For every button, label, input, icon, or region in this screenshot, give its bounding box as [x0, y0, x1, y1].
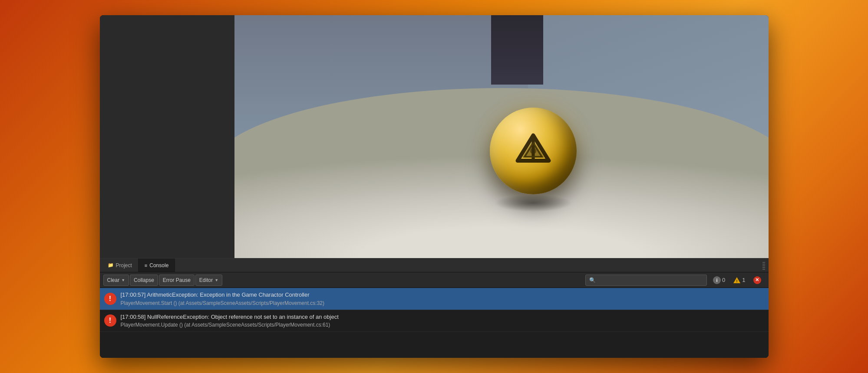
error-icon: ✕ [753, 276, 761, 284]
warn-icon-wrap: ! [733, 276, 741, 284]
search-box[interactable]: 🔍 [585, 275, 707, 286]
error-pause-button[interactable]: Error Pause [159, 275, 195, 286]
log-line2: PlayerMovement.Update () (at Assets/Samp… [121, 321, 764, 329]
tab-project-label: Project [116, 262, 132, 268]
game-view [234, 15, 769, 258]
search-input[interactable] [597, 277, 703, 283]
gold-ball [490, 108, 577, 194]
warn-count: 1 [742, 277, 745, 283]
warn-counter[interactable]: ! 1 [730, 275, 748, 285]
tab-bar: 📁 Project ≡ Console [100, 258, 769, 272]
log-row[interactable]: ! [17:00:58] NullReferenceException: Obj… [100, 310, 769, 332]
error-log-icon: ! [104, 314, 116, 327]
log-line1: [17:00:57] ArithmeticException: Exceptio… [121, 291, 764, 299]
info-icon: i [713, 276, 721, 284]
tab-project[interactable]: 📁 Project [102, 258, 139, 272]
counter-group: i 0 ! 1 ✕ [710, 275, 765, 285]
log-text: [17:00:58] NullReferenceException: Objec… [121, 313, 764, 329]
log-line1: [17:00:58] NullReferenceException: Objec… [121, 313, 764, 321]
left-panel [100, 15, 234, 258]
tab-console-label: Console [149, 262, 168, 268]
search-icon: 🔍 [589, 277, 596, 283]
main-area [100, 15, 769, 258]
clear-label: Clear [107, 277, 120, 283]
collapse-button[interactable]: Collapse [130, 275, 158, 286]
error-pause-label: Error Pause [163, 277, 191, 283]
svg-point-5 [530, 148, 536, 154]
editor-button[interactable]: Editor ▼ [195, 275, 222, 286]
ball-shadow [494, 194, 572, 212]
svg-text:!: ! [736, 279, 738, 283]
console-icon: ≡ [145, 263, 147, 268]
log-row[interactable]: ! [17:00:57] ArithmeticException: Except… [100, 288, 769, 310]
editor-arrow-icon: ▼ [215, 278, 218, 282]
unity-editor-window: 📁 Project ≡ Console Clear ▼ Collapse Err… [100, 15, 769, 358]
gold-ball-container [490, 108, 577, 194]
clear-arrow-icon: ▼ [121, 278, 125, 282]
editor-label: Editor [199, 277, 213, 283]
info-counter[interactable]: i 0 [710, 275, 728, 285]
info-count: 0 [722, 277, 725, 283]
clear-button[interactable]: Clear ▼ [103, 275, 129, 286]
folder-icon: 📁 [108, 262, 114, 268]
console-toolbar: Clear ▼ Collapse Error Pause Editor ▼ 🔍 [100, 272, 769, 288]
log-text: [17:00:57] ArithmeticException: Exceptio… [121, 291, 764, 307]
error-log-icon: ! [104, 293, 116, 305]
error-counter[interactable]: ✕ [751, 275, 765, 285]
collapse-label: Collapse [134, 277, 154, 283]
unity-logo-icon [514, 131, 553, 170]
tab-console[interactable]: ≡ Console [139, 258, 175, 272]
door-opening [491, 15, 543, 85]
tab-grip [762, 261, 765, 270]
log-area: ! [17:00:57] ArithmeticException: Except… [100, 288, 769, 358]
scene-background [234, 15, 769, 258]
bottom-panel: 📁 Project ≡ Console Clear ▼ Collapse Err… [100, 258, 769, 358]
warn-triangle-icon: ! [733, 276, 741, 284]
log-line2: PlayerMovement.Start () (at Assets/Sampl… [121, 299, 764, 307]
